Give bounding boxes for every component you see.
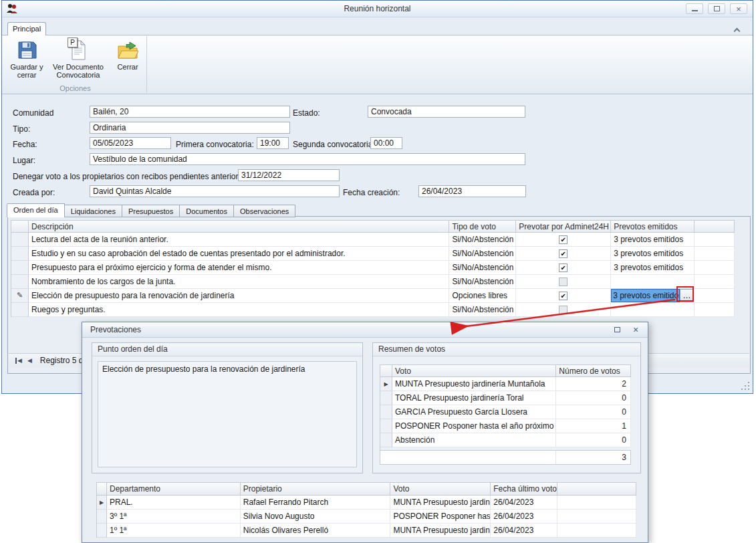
table-row[interactable]: Abstención 0 bbox=[380, 433, 631, 447]
cell-propietario[interactable]: Rafael Ferrando Pitarch bbox=[241, 496, 391, 510]
cell-descripcion[interactable]: Estudio y en su caso aprobación del esta… bbox=[29, 247, 449, 261]
minimize-button[interactable] bbox=[686, 3, 703, 14]
header-voto[interactable]: Voto bbox=[390, 482, 491, 496]
cell-prevotos[interactable] bbox=[611, 275, 695, 289]
tab-observaciones[interactable]: Observaciones bbox=[234, 205, 295, 217]
header-departamento[interactable]: Departamento bbox=[107, 482, 241, 496]
first-record-button[interactable]: ◀ bbox=[15, 357, 22, 364]
tab-orden-del-dia[interactable]: Orden del día bbox=[7, 203, 65, 217]
prevotos-selected-text[interactable]: 3 prevotos emitidos bbox=[611, 289, 680, 302]
tipo-field[interactable]: Ordinaria bbox=[90, 122, 290, 134]
cell-prevotar[interactable] bbox=[516, 303, 611, 317]
estado-field[interactable]: Convocada bbox=[368, 106, 525, 118]
tab-liquidaciones[interactable]: Liquidaciones bbox=[65, 205, 122, 217]
cell-voto[interactable]: MUNTA Presupuesto jardin... bbox=[390, 524, 491, 538]
lugar-field[interactable]: Vestíbulo de la comunidad bbox=[90, 153, 525, 165]
table-row[interactable]: 3º 1ª Silvia Novo Augusto POSPONER Pospo… bbox=[97, 510, 636, 524]
comunidad-field[interactable]: Bailén, 20 bbox=[90, 106, 290, 118]
table-row[interactable]: TORAL Presupuesto jardinería Toral 0 bbox=[380, 391, 631, 405]
collapse-ribbon-icon[interactable] bbox=[731, 25, 742, 35]
cell-numero[interactable]: 0 bbox=[556, 405, 631, 419]
cell-prevotar[interactable] bbox=[516, 275, 611, 289]
header-numero-votos[interactable]: Número de votos bbox=[556, 364, 631, 377]
segunda-convocatoria-field[interactable]: 00:00 bbox=[370, 137, 402, 149]
cell-prevotos[interactable]: 3 prevotos emitidos bbox=[611, 247, 695, 261]
cell-voto[interactable]: MUNTA Presupuesto jardin... bbox=[390, 496, 491, 510]
creada-por-field[interactable]: David Quintas Alcalde bbox=[90, 185, 340, 197]
cell-fecha[interactable]: 26/04/2023 bbox=[491, 524, 557, 538]
prevotar-checkbox[interactable]: ✔ bbox=[559, 263, 568, 272]
cell-voto[interactable]: MUNTA Presupuesto jardinería Muntañola bbox=[392, 377, 556, 391]
cell-numero[interactable]: 0 bbox=[556, 391, 631, 405]
close-button[interactable]: × bbox=[730, 3, 747, 14]
table-row[interactable]: Estudio y en su caso aprobación del esta… bbox=[11, 247, 735, 261]
cell-voto[interactable]: POSPONER Posponer hasta... bbox=[390, 510, 491, 524]
cell-tipo-voto[interactable]: Si/No/Abstención bbox=[449, 303, 516, 317]
cell-tipo-voto[interactable]: Si/No/Abstención bbox=[449, 275, 516, 289]
table-row-selected[interactable]: ▶ PRAL. Rafael Ferrando Pitarch MUNTA Pr… bbox=[97, 496, 636, 510]
header-fecha-ultimo-voto[interactable]: Fecha último voto bbox=[491, 482, 557, 496]
fecha-field[interactable]: 05/05/2023 bbox=[90, 137, 171, 149]
cell-descripcion[interactable]: Elección de presupuesto para la renovaci… bbox=[29, 289, 449, 303]
primera-convocatoria-field[interactable]: 19:00 bbox=[257, 137, 289, 149]
header-propietario[interactable]: Propietario bbox=[241, 482, 391, 496]
header-prevotar[interactable]: Prevotar por Adminet24H bbox=[516, 220, 611, 233]
cell-propietario[interactable]: Nicolás Olivares Perelló bbox=[241, 524, 391, 538]
table-row[interactable]: Nombramiento de los cargos de la junta. … bbox=[11, 275, 735, 289]
cell-departamento[interactable]: 3º 1ª bbox=[107, 510, 241, 524]
cell-fecha[interactable]: 26/04/2023 bbox=[491, 496, 557, 510]
fecha-creacion-field[interactable]: 26/04/2023 bbox=[418, 185, 526, 197]
cell-prevotar[interactable]: ✔ bbox=[516, 289, 611, 303]
cell-numero[interactable]: 0 bbox=[556, 433, 631, 447]
cell-prevotos[interactable]: 3 prevotos emitidos bbox=[611, 261, 695, 275]
table-row[interactable]: Lectura del acta de la reunión anterior.… bbox=[11, 233, 735, 247]
cell-tipo-voto[interactable]: Si/No/Abstención bbox=[449, 247, 516, 261]
cell-voto[interactable]: TORAL Presupuesto jardinería Toral bbox=[392, 391, 556, 405]
prevotar-checkbox[interactable]: ✔ bbox=[559, 249, 568, 258]
denegar-voto-field[interactable]: 31/12/2022 bbox=[238, 169, 340, 181]
cell-prevotos[interactable] bbox=[611, 303, 695, 317]
dialog-close-button[interactable]: × bbox=[630, 325, 641, 334]
cell-propietario[interactable]: Silvia Novo Augusto bbox=[241, 510, 391, 524]
table-row-selected[interactable]: ✎ Elección de presupuesto para la renova… bbox=[11, 289, 735, 303]
tab-presupuestos[interactable]: Presupuestos bbox=[122, 205, 180, 217]
cell-tipo-voto[interactable]: Si/No/Abstención bbox=[449, 261, 516, 275]
ellipsis-button[interactable]: … bbox=[680, 289, 694, 302]
cell-numero[interactable]: 1 bbox=[556, 419, 631, 433]
save-close-button[interactable]: Guardar y cerrar bbox=[8, 38, 45, 84]
cell-descripcion[interactable]: Presupuesto para el próximo ejercicio y … bbox=[29, 261, 449, 275]
cell-numero[interactable]: 2 bbox=[556, 377, 631, 391]
cell-departamento[interactable]: PRAL. bbox=[107, 496, 241, 510]
header-descripcion[interactable]: Descripción bbox=[29, 220, 449, 233]
table-row[interactable]: Ruegos y preguntas. Si/No/Abstención bbox=[11, 303, 735, 317]
prevotar-checkbox[interactable] bbox=[559, 306, 568, 314]
cell-descripcion[interactable]: Nombramiento de los cargos de la junta. bbox=[29, 275, 449, 289]
cell-prevotar[interactable]: ✔ bbox=[516, 233, 611, 247]
table-row[interactable]: 1º 1ª Nicolás Olivares Perelló MUNTA Pre… bbox=[97, 524, 636, 538]
resize-grip[interactable] bbox=[741, 381, 749, 390]
cell-departamento[interactable]: 1º 1ª bbox=[107, 524, 241, 538]
cell-voto[interactable]: Abstención bbox=[392, 433, 556, 447]
table-row[interactable]: Presupuesto para el próximo ejercicio y … bbox=[11, 261, 735, 275]
tab-documentos[interactable]: Documentos bbox=[180, 205, 234, 217]
cell-prevotos[interactable]: 3 prevotos emitidos bbox=[611, 233, 695, 247]
cell-tipo-voto[interactable]: Si/No/Abstención bbox=[449, 233, 516, 247]
header-prevotos[interactable]: Prevotos emitidos bbox=[611, 220, 695, 233]
table-row[interactable]: GARCIA Presupuesto García Llosera 0 bbox=[380, 405, 631, 419]
dialog-restore-button[interactable] bbox=[612, 325, 622, 334]
table-row[interactable]: POSPONER Posponer hasta el año próximo 1 bbox=[380, 419, 631, 433]
cell-prevotos-editing[interactable]: 3 prevotos emitidos … bbox=[611, 289, 695, 303]
prevotar-checkbox[interactable] bbox=[559, 278, 568, 286]
header-voto[interactable]: Voto bbox=[392, 364, 556, 377]
table-row-selected[interactable]: ▶ MUNTA Presupuesto jardinería Muntañola… bbox=[380, 377, 631, 391]
prev-record-button[interactable]: ◀ bbox=[27, 357, 32, 364]
cell-voto[interactable]: POSPONER Posponer hasta el año próximo bbox=[392, 419, 556, 433]
header-tipo-voto[interactable]: Tipo de voto bbox=[449, 220, 516, 233]
punto-orden-memo[interactable]: Elección de presupuesto para la renovaci… bbox=[98, 361, 357, 467]
cell-fecha[interactable]: 26/04/2023 bbox=[491, 510, 557, 524]
prevotar-checkbox[interactable]: ✔ bbox=[559, 235, 568, 244]
cerrar-button[interactable]: Cerrar bbox=[111, 38, 144, 84]
restore-button[interactable] bbox=[708, 3, 725, 14]
view-document-button[interactable]: Ver Documento Convocatoria bbox=[48, 38, 108, 84]
cell-prevotar[interactable]: ✔ bbox=[516, 261, 611, 275]
